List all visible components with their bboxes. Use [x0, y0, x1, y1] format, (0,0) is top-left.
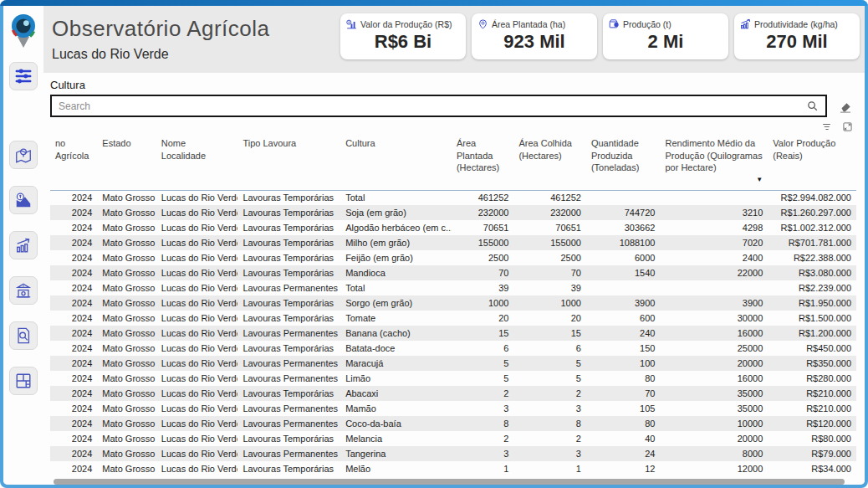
table-cell: 2024: [50, 280, 97, 295]
table-cell: R$350.000: [768, 356, 856, 371]
sidebar-item-map[interactable]: [9, 141, 38, 169]
table-cell: Soja (em grão): [340, 205, 452, 220]
table-cell: 1: [452, 461, 513, 476]
table-row: 2024Mato GrossoLucas do Rio VerdeLavoura…: [50, 190, 856, 205]
table-cell: Mato Grosso: [97, 326, 156, 341]
table-cell: Lucas do Rio Verde: [156, 190, 238, 205]
table-cell: 70651: [452, 220, 513, 235]
table-cell: 2024: [50, 235, 97, 250]
table-cell: Batata-doce: [340, 341, 452, 356]
table-cell: 12000: [660, 461, 768, 476]
table-row: 2024Mato GrossoLucas do Rio VerdeLavoura…: [50, 250, 856, 265]
table-cell: 2024: [50, 416, 97, 431]
table-row: 2024Mato GrossoLucas do Rio VerdeLavoura…: [50, 431, 856, 446]
table-cell: 240: [586, 326, 661, 341]
table-cell: 744720: [586, 205, 661, 220]
table-cell: 1540: [586, 265, 661, 280]
sidebar-item-institution[interactable]: [9, 276, 38, 305]
sidebar-item-filters[interactable]: [9, 62, 38, 90]
table-cell: 2024: [50, 341, 97, 356]
table-row: 2024Mato GrossoLucas do Rio VerdeLavoura…: [50, 220, 856, 235]
table-cell: Melão: [340, 461, 452, 476]
table-cell: 303662: [586, 220, 661, 235]
kpi-value: 270 Mil: [739, 31, 855, 53]
table-cell: R$210.000: [768, 386, 856, 401]
table-row: 2024Mato GrossoLucas do Rio VerdeLavoura…: [50, 446, 856, 461]
table-cell: 30000: [660, 311, 768, 326]
table-cell: Coco-da-baía: [340, 416, 452, 431]
column-header[interactable]: Cultura: [340, 134, 452, 190]
table-cell: Mato Grosso: [97, 386, 156, 401]
table-cell: R$34.000: [768, 461, 856, 476]
table-cell: Total: [340, 190, 452, 205]
column-header[interactable]: Nome Localidade: [156, 134, 238, 190]
table-cell: [660, 190, 768, 205]
table-cell: 70: [513, 265, 586, 280]
table-cell: 5: [452, 356, 513, 371]
data-table: no AgrícolaEstadoNome LocalidadeTipo Lav…: [50, 134, 856, 476]
table-cell: Mato Grosso: [97, 461, 156, 476]
sidebar-item-reports[interactable]: [9, 321, 38, 350]
table-cell: Lavouras Temporárias: [237, 386, 340, 401]
column-header[interactable]: Estado: [97, 134, 156, 190]
column-header[interactable]: Valor Produção (Reais): [768, 134, 856, 190]
map-pin-icon: [14, 146, 33, 164]
kpi-value: 923 Mil: [477, 31, 592, 53]
table-cell: 5: [513, 371, 586, 386]
table-cell: Algodão herbáceo (em c...: [340, 220, 452, 235]
table-cell: Lavouras Permanentes: [237, 326, 340, 341]
horizontal-scrollbar[interactable]: [54, 479, 845, 485]
column-header[interactable]: no Agrícola: [50, 134, 97, 190]
column-header[interactable]: Área Colhida (Hectares): [513, 134, 586, 190]
table-cell: R$1.950.000: [768, 295, 856, 311]
kpi-label: Produção (t): [623, 19, 671, 29]
column-header[interactable]: Tipo Lavoura: [237, 134, 340, 190]
table-cell: R$450.000: [768, 341, 856, 356]
slicer-search-box[interactable]: [50, 95, 827, 117]
column-header[interactable]: Área Plantada (Hectares): [452, 134, 513, 190]
table-cell: 2024: [50, 386, 97, 401]
table-cell: 39: [513, 280, 586, 295]
sidebar-item-dashboard[interactable]: [9, 367, 38, 395]
table-row: 2024Mato GrossoLucas do Rio VerdeLavoura…: [50, 371, 856, 386]
table-cell: 2: [513, 386, 586, 401]
table-cell: 80: [586, 416, 661, 431]
table-cell: Lavouras Temporárias: [237, 220, 340, 235]
filter-lines-icon[interactable]: [821, 121, 832, 132]
clear-selections-button[interactable]: [835, 96, 856, 116]
table-cell: 2: [452, 431, 513, 446]
table-cell: 20000: [660, 431, 768, 446]
column-header[interactable]: Quantidade Produzida (Toneladas): [586, 134, 661, 190]
table-cell: 2024: [50, 401, 97, 416]
table-cell: 232000: [452, 205, 513, 220]
kpi-label: Valor da Produção (R$): [360, 19, 452, 29]
table-cell: Milho (em grão): [340, 235, 452, 250]
table-cell: 6: [513, 341, 586, 356]
money-chart-icon: [345, 18, 358, 30]
table-cell: 2024: [50, 311, 97, 326]
table-cell: 2024: [50, 220, 97, 235]
table-cell: Lucas do Rio Verde: [156, 280, 238, 295]
sidebar-item-production-value[interactable]: [9, 186, 38, 214]
table-row: 2024Mato GrossoLucas do Rio VerdeLavoura…: [50, 326, 856, 341]
table-cell: R$1.002.312.000: [768, 220, 856, 235]
table-cell: 70651: [513, 220, 586, 235]
table-cell: R$2.239.000: [768, 280, 856, 295]
table-cell: Lavouras Temporárias: [237, 235, 340, 250]
table-cell: Mato Grosso: [97, 280, 156, 295]
table-cell: R$701.781.000: [768, 235, 856, 250]
table-cell: R$210.000: [768, 401, 856, 416]
table-cell: Mato Grosso: [97, 190, 156, 205]
search-input[interactable]: [59, 100, 806, 112]
focus-mode-icon[interactable]: [842, 121, 853, 132]
table-row: 2024Mato GrossoLucas do Rio VerdeLavoura…: [50, 356, 856, 371]
column-header[interactable]: Rendimento Médio da Produção (Quilograma…: [660, 134, 768, 190]
sidebar-item-productivity[interactable]: [9, 231, 38, 259]
table-cell: Lavouras Temporárias: [237, 265, 340, 280]
table-cell: 3: [513, 446, 586, 461]
window-top-bar: [0, 0, 868, 6]
search-icon[interactable]: [806, 100, 819, 112]
table-cell: Lucas do Rio Verde: [156, 461, 238, 476]
table-cell: Lucas do Rio Verde: [156, 235, 238, 250]
table-cell: 40: [586, 431, 661, 446]
